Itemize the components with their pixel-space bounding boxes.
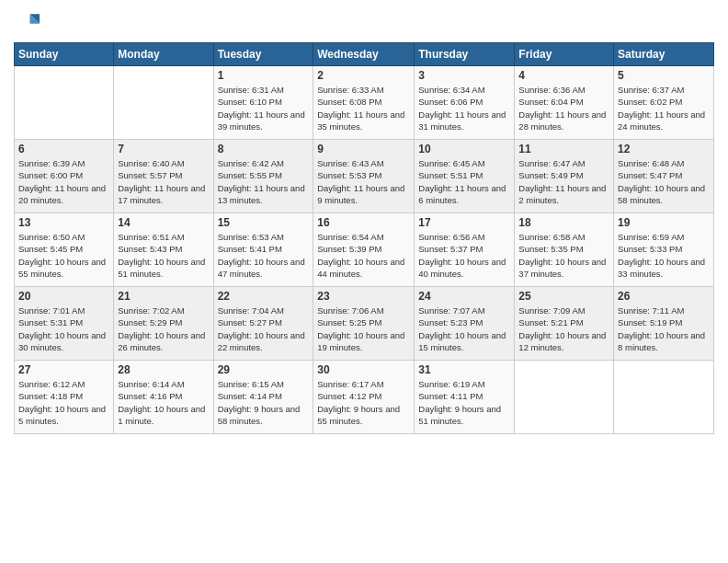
day-detail: Sunrise: 6:53 AM Sunset: 5:41 PM Dayligh… [218,231,310,280]
day-number: 30 [317,363,410,376]
day-number: 6 [18,143,109,155]
header [14,9,714,35]
logo-icon [14,9,40,35]
day-number: 14 [118,216,209,229]
day-detail: Sunrise: 6:12 AM Sunset: 4:18 PM Dayligh… [18,378,109,427]
calendar-week-5: 27Sunrise: 6:12 AM Sunset: 4:18 PM Dayli… [15,361,714,434]
day-detail: Sunrise: 6:56 AM Sunset: 5:37 PM Dayligh… [418,231,510,280]
calendar-cell: 22Sunrise: 7:04 AM Sunset: 5:27 PM Dayli… [213,287,313,361]
calendar-cell [614,361,714,434]
col-monday: Monday [114,43,213,66]
day-detail: Sunrise: 7:02 AM Sunset: 5:29 PM Dayligh… [118,304,209,353]
day-detail: Sunrise: 6:31 AM Sunset: 6:10 PM Dayligh… [218,84,310,132]
day-detail: Sunrise: 6:19 AM Sunset: 4:11 PM Dayligh… [418,378,510,427]
calendar-cell: 5Sunrise: 6:37 AM Sunset: 6:02 PM Daylig… [614,66,714,140]
day-number: 25 [518,290,609,303]
day-detail: Sunrise: 6:43 AM Sunset: 5:53 PM Dayligh… [317,157,410,206]
day-number: 31 [418,363,510,376]
day-detail: Sunrise: 6:58 AM Sunset: 5:35 PM Dayligh… [518,231,609,280]
calendar-week-3: 13Sunrise: 6:50 AM Sunset: 5:45 PM Dayli… [15,213,714,287]
calendar-week-2: 6Sunrise: 6:39 AM Sunset: 6:00 PM Daylig… [15,140,714,213]
day-number: 8 [218,143,310,155]
day-detail: Sunrise: 7:01 AM Sunset: 5:31 PM Dayligh… [18,304,109,353]
calendar-cell: 28Sunrise: 6:14 AM Sunset: 4:16 PM Dayli… [114,361,213,434]
day-number: 29 [218,363,310,376]
day-detail: Sunrise: 6:48 AM Sunset: 5:47 PM Dayligh… [618,157,710,206]
day-number: 20 [18,290,109,303]
calendar-body: 1Sunrise: 6:31 AM Sunset: 6:10 PM Daylig… [15,66,714,434]
day-detail: Sunrise: 6:42 AM Sunset: 5:55 PM Dayligh… [218,157,310,206]
day-number: 2 [317,69,410,82]
header-row: Sunday Monday Tuesday Wednesday Thursday… [15,43,714,66]
calendar-week-4: 20Sunrise: 7:01 AM Sunset: 5:31 PM Dayli… [15,287,714,361]
calendar-cell: 15Sunrise: 6:53 AM Sunset: 5:41 PM Dayli… [213,213,313,287]
day-number: 17 [418,216,510,229]
day-number: 1 [218,69,310,82]
day-number: 21 [118,290,209,303]
day-detail: Sunrise: 7:07 AM Sunset: 5:23 PM Dayligh… [418,304,510,353]
page: Sunday Monday Tuesday Wednesday Thursday… [0,0,728,563]
day-detail: Sunrise: 6:37 AM Sunset: 6:02 PM Dayligh… [618,84,710,132]
calendar-cell: 26Sunrise: 7:11 AM Sunset: 5:19 PM Dayli… [614,287,714,361]
day-detail: Sunrise: 6:51 AM Sunset: 5:43 PM Dayligh… [118,231,209,280]
calendar-cell: 25Sunrise: 7:09 AM Sunset: 5:21 PM Dayli… [515,287,614,361]
day-detail: Sunrise: 7:09 AM Sunset: 5:21 PM Dayligh… [518,304,609,353]
calendar-header: Sunday Monday Tuesday Wednesday Thursday… [15,43,714,66]
calendar-cell: 4Sunrise: 6:36 AM Sunset: 6:04 PM Daylig… [515,66,614,140]
calendar-cell: 13Sunrise: 6:50 AM Sunset: 5:45 PM Dayli… [15,213,114,287]
day-detail: Sunrise: 6:54 AM Sunset: 5:39 PM Dayligh… [317,231,410,280]
calendar-cell: 10Sunrise: 6:45 AM Sunset: 5:51 PM Dayli… [415,140,515,213]
calendar-cell: 27Sunrise: 6:12 AM Sunset: 4:18 PM Dayli… [15,361,114,434]
calendar-cell: 23Sunrise: 7:06 AM Sunset: 5:25 PM Dayli… [313,287,415,361]
day-detail: Sunrise: 6:59 AM Sunset: 5:33 PM Dayligh… [618,231,710,280]
calendar-cell: 21Sunrise: 7:02 AM Sunset: 5:29 PM Dayli… [114,287,213,361]
day-number: 24 [418,290,510,303]
calendar-cell [15,66,114,140]
calendar-cell [114,66,213,140]
logo [14,9,43,35]
calendar-cell: 1Sunrise: 6:31 AM Sunset: 6:10 PM Daylig… [213,66,313,140]
calendar-cell: 29Sunrise: 6:15 AM Sunset: 4:14 PM Dayli… [213,361,313,434]
col-thursday: Thursday [415,43,515,66]
day-detail: Sunrise: 6:17 AM Sunset: 4:12 PM Dayligh… [317,378,410,427]
calendar-cell: 31Sunrise: 6:19 AM Sunset: 4:11 PM Dayli… [415,361,515,434]
day-detail: Sunrise: 6:47 AM Sunset: 5:49 PM Dayligh… [518,157,609,206]
day-detail: Sunrise: 6:40 AM Sunset: 5:57 PM Dayligh… [118,157,209,206]
day-number: 27 [18,363,109,376]
col-friday: Friday [515,43,614,66]
calendar-cell: 3Sunrise: 6:34 AM Sunset: 6:06 PM Daylig… [415,66,515,140]
day-detail: Sunrise: 7:04 AM Sunset: 5:27 PM Dayligh… [218,304,310,353]
calendar-cell: 14Sunrise: 6:51 AM Sunset: 5:43 PM Dayli… [114,213,213,287]
day-number: 7 [118,143,209,155]
day-number: 22 [218,290,310,303]
day-number: 9 [317,143,410,155]
day-number: 12 [618,143,710,155]
calendar-cell: 16Sunrise: 6:54 AM Sunset: 5:39 PM Dayli… [313,213,415,287]
calendar-cell: 8Sunrise: 6:42 AM Sunset: 5:55 PM Daylig… [213,140,313,213]
day-number: 15 [218,216,310,229]
day-number: 26 [618,290,710,303]
day-number: 19 [618,216,710,229]
day-number: 16 [317,216,410,229]
calendar-cell [515,361,614,434]
col-saturday: Saturday [614,43,714,66]
calendar-cell: 30Sunrise: 6:17 AM Sunset: 4:12 PM Dayli… [313,361,415,434]
day-detail: Sunrise: 6:15 AM Sunset: 4:14 PM Dayligh… [218,378,310,427]
day-number: 28 [118,363,209,376]
day-number: 4 [518,69,609,82]
day-number: 23 [317,290,410,303]
day-detail: Sunrise: 6:50 AM Sunset: 5:45 PM Dayligh… [18,231,109,280]
col-sunday: Sunday [15,43,114,66]
day-detail: Sunrise: 6:14 AM Sunset: 4:16 PM Dayligh… [118,378,209,427]
calendar-cell: 17Sunrise: 6:56 AM Sunset: 5:37 PM Dayli… [415,213,515,287]
day-number: 18 [518,216,609,229]
day-number: 11 [518,143,609,155]
calendar-cell: 9Sunrise: 6:43 AM Sunset: 5:53 PM Daylig… [313,140,415,213]
calendar-cell: 18Sunrise: 6:58 AM Sunset: 5:35 PM Dayli… [515,213,614,287]
calendar-cell: 12Sunrise: 6:48 AM Sunset: 5:47 PM Dayli… [614,140,714,213]
day-number: 13 [18,216,109,229]
day-detail: Sunrise: 6:36 AM Sunset: 6:04 PM Dayligh… [518,84,609,132]
day-number: 10 [418,143,510,155]
calendar-cell: 2Sunrise: 6:33 AM Sunset: 6:08 PM Daylig… [313,66,415,140]
day-detail: Sunrise: 6:33 AM Sunset: 6:08 PM Dayligh… [317,84,410,132]
